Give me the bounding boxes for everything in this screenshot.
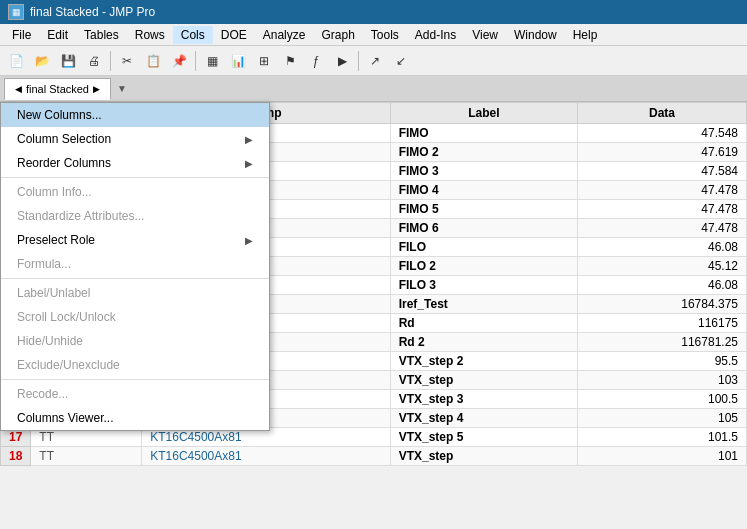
toolbar-extra1[interactable]: ↗	[363, 49, 387, 73]
cell-data: 46.08	[577, 276, 746, 295]
toolbar-func[interactable]: ƒ	[304, 49, 328, 73]
dropdown-item-reorder-columns[interactable]: Reorder Columns▶	[1, 151, 269, 175]
cell-temp: KT16C4500Ax81	[142, 447, 390, 466]
col-header-label[interactable]: Label	[390, 103, 577, 124]
toolbar-open[interactable]: 📂	[30, 49, 54, 73]
dropdown-item-label: Columns Viewer...	[17, 411, 114, 425]
dropdown-submenu-arrow: ▶	[245, 158, 253, 169]
cell-data: 100.5	[577, 390, 746, 409]
menu-edit[interactable]: Edit	[39, 26, 76, 44]
toolbar-sep2	[195, 51, 196, 71]
cell-label: VTX_step	[390, 447, 577, 466]
dropdown-item-scroll-lock-unlock: Scroll Lock/Unlock	[1, 305, 269, 329]
toolbar-copy[interactable]: 📋	[141, 49, 165, 73]
toolbar-new[interactable]: 📄	[4, 49, 28, 73]
dropdown-item-recode---: Recode...	[1, 382, 269, 406]
toolbar-cut[interactable]: ✂	[115, 49, 139, 73]
app-icon: ▦	[8, 4, 24, 20]
title-bar: ▦ final Stacked - JMP Pro	[0, 0, 747, 24]
dropdown-item-column-selection[interactable]: Column Selection▶	[1, 127, 269, 151]
menu-rows[interactable]: Rows	[127, 26, 173, 44]
toolbar-save[interactable]: 💾	[56, 49, 80, 73]
table-row[interactable]: 18 TT KT16C4500Ax81 VTX_step 101	[1, 447, 747, 466]
toolbar-paste[interactable]: 📌	[167, 49, 191, 73]
toolbar-flag[interactable]: ⚑	[278, 49, 302, 73]
content-area: wafer Temp Label Data 1 TT KT16C4500Ax81…	[0, 102, 747, 529]
toolbar-sep3	[358, 51, 359, 71]
menu-cols[interactable]: Cols	[173, 26, 213, 44]
toolbar-print[interactable]: 🖨	[82, 49, 106, 73]
menu-graph[interactable]: Graph	[313, 26, 362, 44]
toolbar: 📄 📂 💾 🖨 ✂ 📋 📌 ▦ 📊 ⊞ ⚑ ƒ ▶ ↗ ↙	[0, 46, 747, 76]
cell-data: 46.08	[577, 238, 746, 257]
toolbar-run[interactable]: ▶	[330, 49, 354, 73]
tab-arrow-left: ◀	[15, 84, 22, 94]
dropdown-item-column-info---: Column Info...	[1, 180, 269, 204]
dropdown-item-label-unlabel: Label/Unlabel	[1, 281, 269, 305]
menu-analyze[interactable]: Analyze	[255, 26, 314, 44]
menu-file[interactable]: File	[4, 26, 39, 44]
col-header-data[interactable]: Data	[577, 103, 746, 124]
dropdown-item-label: Standardize Attributes...	[17, 209, 144, 223]
cell-data: 101	[577, 447, 746, 466]
dropdown-item-new-columns---[interactable]: New Columns...	[1, 103, 269, 127]
dropdown-item-label: Label/Unlabel	[17, 286, 90, 300]
dropdown-submenu-arrow: ▶	[245, 134, 253, 145]
cell-data: 45.12	[577, 257, 746, 276]
cell-label: FIMO 6	[390, 219, 577, 238]
cell-label: FIMO 5	[390, 200, 577, 219]
dropdown-sep	[1, 379, 269, 380]
cell-data: 16784.375	[577, 295, 746, 314]
cell-label: VTX_step 2	[390, 352, 577, 371]
tab-arrow-right: ▶	[93, 84, 100, 94]
cell-data: 47.478	[577, 181, 746, 200]
dropdown-item-standardize-attributes---: Standardize Attributes...	[1, 204, 269, 228]
dropdown-item-label: Recode...	[17, 387, 68, 401]
menu-help[interactable]: Help	[565, 26, 606, 44]
toolbar-extra2[interactable]: ↙	[389, 49, 413, 73]
tab-scroll-arrow[interactable]: ▼	[113, 81, 131, 96]
dropdown-item-label: Reorder Columns	[17, 156, 111, 170]
cell-label: VTX_step 5	[390, 428, 577, 447]
cell-data: 47.478	[577, 219, 746, 238]
toolbar-table2[interactable]: ⊞	[252, 49, 276, 73]
cell-data: 47.478	[577, 200, 746, 219]
menu-window[interactable]: Window	[506, 26, 565, 44]
dropdown-item-exclude-unexclude: Exclude/Unexclude	[1, 353, 269, 377]
menu-doe[interactable]: DOE	[213, 26, 255, 44]
toolbar-grid[interactable]: ▦	[200, 49, 224, 73]
cell-data: 116781.25	[577, 333, 746, 352]
menu-addins[interactable]: Add-Ins	[407, 26, 464, 44]
cell-label: VTX_step	[390, 371, 577, 390]
cell-label: Rd 2	[390, 333, 577, 352]
dropdown-item-formula---: Formula...	[1, 252, 269, 276]
dropdown-item-label: Column Info...	[17, 185, 92, 199]
cell-data: 47.619	[577, 143, 746, 162]
tab-label: final Stacked	[26, 83, 89, 95]
cell-label: Iref_Test	[390, 295, 577, 314]
dropdown-item-label: Column Selection	[17, 132, 111, 146]
window-title: final Stacked - JMP Pro	[30, 5, 155, 19]
cell-label: FIMO 3	[390, 162, 577, 181]
cell-label: FIMO	[390, 124, 577, 143]
cell-data: 116175	[577, 314, 746, 333]
menu-bar: File Edit Tables Rows Cols DOE Analyze G…	[0, 24, 747, 46]
dropdown-item-preselect-role[interactable]: Preselect Role▶	[1, 228, 269, 252]
cell-label: VTX_step 4	[390, 409, 577, 428]
tab-final-stacked[interactable]: ◀ final Stacked ▶	[4, 78, 111, 100]
menu-tools[interactable]: Tools	[363, 26, 407, 44]
toolbar-sep1	[110, 51, 111, 71]
toolbar-chart[interactable]: 📊	[226, 49, 250, 73]
cell-data: 103	[577, 371, 746, 390]
dropdown-item-hide-unhide: Hide/Unhide	[1, 329, 269, 353]
cell-label: FIMO 4	[390, 181, 577, 200]
dropdown-item-columns-viewer---[interactable]: Columns Viewer...	[1, 406, 269, 430]
dropdown-item-label: Hide/Unhide	[17, 334, 83, 348]
cols-dropdown-menu[interactable]: New Columns...Column Selection▶Reorder C…	[0, 102, 270, 431]
menu-tables[interactable]: Tables	[76, 26, 127, 44]
dropdown-submenu-arrow: ▶	[245, 235, 253, 246]
dropdown-item-label: Formula...	[17, 257, 71, 271]
menu-view[interactable]: View	[464, 26, 506, 44]
cell-data: 101.5	[577, 428, 746, 447]
row-num: 18	[1, 447, 31, 466]
